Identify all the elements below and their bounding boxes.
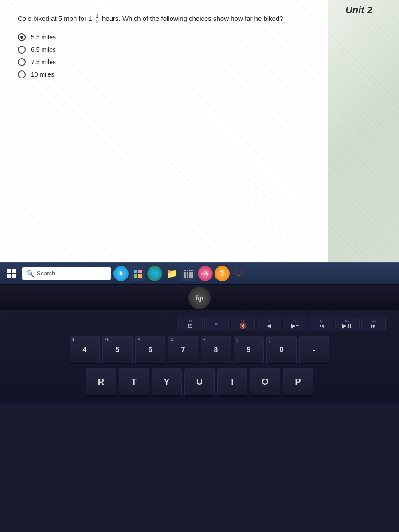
question-text-before: Cole biked at 5 mph for 1 (18, 15, 92, 22)
taskbar-shield-icon[interactable]: 🛡 (231, 266, 246, 281)
svg-rect-11 (191, 272, 193, 274)
svg-rect-3 (138, 274, 142, 278)
key-r[interactable]: R (86, 368, 116, 397)
answer-label-4: 10 miles (31, 71, 54, 78)
laptop-hinge: hp (0, 284, 399, 310)
taskbar-globe-icon[interactable]: 🌐 (147, 266, 162, 281)
key-f10[interactable]: f10 ▶⏸ (335, 317, 360, 331)
key-8[interactable]: * 8 (201, 336, 231, 364)
key-f7[interactable]: f7 ◀ (257, 317, 281, 331)
svg-rect-15 (191, 274, 193, 276)
f7-label: f7 (268, 319, 270, 322)
folder-symbol: 📁 (166, 268, 177, 279)
screen-content: Unit 2 Cole biked at 5 mph for 1 1 2 hou… (0, 0, 399, 262)
key-0-main: 0 (280, 346, 284, 354)
svg-rect-5 (187, 270, 188, 271)
key-y[interactable]: Y (152, 368, 182, 397)
taskbar-help-icon[interactable]: ? (215, 266, 230, 281)
function-key-row: f4 ⊡ f5 f6 🔇 f7 ◀ f8 ▶+ f9 ⏮ f10 ▶⏸ f11 (9, 317, 390, 331)
f5-label: f5 (215, 323, 218, 326)
windows-icon (7, 269, 16, 278)
fraction-numerator: 1 (95, 13, 99, 19)
key-t[interactable]: T (119, 368, 149, 397)
key-f5[interactable]: f5 (204, 317, 229, 331)
radio-button-2[interactable] (18, 46, 26, 54)
svg-rect-6 (189, 270, 191, 271)
svg-rect-8 (184, 272, 186, 274)
globe-symbol: 🌐 (150, 269, 159, 278)
search-input-label: Search (37, 270, 55, 277)
radio-button-1[interactable] (18, 33, 26, 41)
key-9[interactable]: ( 9 (234, 336, 264, 364)
svg-rect-7 (191, 270, 193, 271)
key-f6[interactable]: f6 🔇 (231, 317, 255, 331)
fraction-denominator: 2 (95, 19, 99, 24)
key-7[interactable]: & 7 (168, 336, 198, 364)
key-6-main: 6 (149, 346, 153, 354)
svg-rect-12 (184, 274, 186, 276)
key-f4[interactable]: f4 ⊡ (178, 317, 203, 331)
key-7-main: 7 (181, 346, 185, 354)
answer-option-3[interactable]: 7.5 miles (18, 58, 381, 66)
svg-rect-0 (134, 270, 137, 273)
key-f11[interactable]: f11 ⏭ (361, 317, 386, 331)
key-y-label: Y (164, 377, 169, 387)
search-bar[interactable]: 🔍 Search (22, 267, 111, 280)
f6-label: f6 (242, 319, 244, 322)
keyboard-area: f4 ⊡ f5 f6 🔇 f7 ◀ f8 ▶+ f9 ⏮ f10 ▶⏸ f11 (0, 310, 399, 403)
taskbar-calendar-icon[interactable] (181, 266, 196, 281)
taskbar-apps: b 🌐 📁 (113, 266, 395, 281)
key-4[interactable]: $ 4 (70, 336, 100, 364)
answer-option-1[interactable]: 5.5 miles (18, 33, 381, 41)
f7-symbol: ◀ (267, 322, 271, 329)
key-i[interactable]: I (217, 368, 247, 397)
f9-symbol: ⏮ (318, 322, 324, 329)
key-minus[interactable]: _ - (299, 336, 329, 364)
key-p-label: P (295, 377, 301, 387)
key-u[interactable]: U (184, 368, 215, 397)
key-o[interactable]: O (250, 368, 280, 397)
taskbar-pink-icon[interactable]: ndy (198, 266, 213, 281)
search-icon: 🔍 (27, 270, 34, 277)
svg-rect-10 (189, 272, 191, 274)
svg-rect-19 (191, 276, 193, 278)
calendar-svg (184, 269, 193, 278)
key-5[interactable]: % 5 (102, 336, 133, 364)
key-4-top: $ (72, 337, 74, 342)
f9-label: f9 (320, 319, 323, 322)
answer-option-2[interactable]: 6.5 miles (18, 46, 381, 54)
key-p[interactable]: P (283, 368, 313, 397)
svg-rect-16 (184, 276, 186, 278)
key-0[interactable]: ) 0 (266, 336, 297, 364)
taskbar-grid-icon[interactable] (130, 266, 145, 281)
f8-label: f8 (294, 319, 297, 322)
number-key-row: $ 4 % 5 ^ 6 & 7 * 8 ( 9 ) 0 _ - (9, 336, 390, 364)
letter-key-row: R T Y U I O P (9, 368, 390, 397)
taskbar-browser-icon[interactable]: b (113, 266, 129, 281)
svg-rect-13 (187, 274, 188, 276)
pink-symbol: ndy (201, 270, 210, 277)
help-symbol: ? (220, 270, 224, 278)
key-9-top: ( (236, 337, 238, 342)
start-button[interactable] (4, 266, 20, 282)
radio-button-3[interactable] (18, 58, 26, 66)
key-f9[interactable]: f9 ⏮ (309, 317, 333, 331)
key-7-top: & (171, 337, 174, 342)
key-6[interactable]: ^ 6 (135, 336, 165, 364)
svg-rect-1 (138, 270, 142, 273)
key-u-label: U (196, 377, 203, 387)
f4-symbol: ⊡ (188, 322, 193, 329)
shield-symbol: 🛡 (235, 268, 243, 278)
radio-button-4[interactable] (18, 70, 26, 78)
answer-options: 5.5 miles 6.5 miles 7.5 miles 10 miles (18, 33, 381, 78)
key-f8[interactable]: f8 ▶+ (283, 317, 307, 331)
browser-label: b (119, 270, 123, 277)
fraction: 1 2 (95, 13, 99, 24)
svg-rect-14 (189, 274, 191, 276)
f11-symbol: ⏭ (371, 322, 376, 329)
grid-svg (133, 269, 142, 278)
answer-option-4[interactable]: 10 miles (18, 70, 381, 78)
key-minus-main: - (313, 346, 315, 354)
taskbar-folder-icon[interactable]: 📁 (164, 266, 179, 281)
answer-label-1: 5.5 miles (31, 34, 56, 41)
